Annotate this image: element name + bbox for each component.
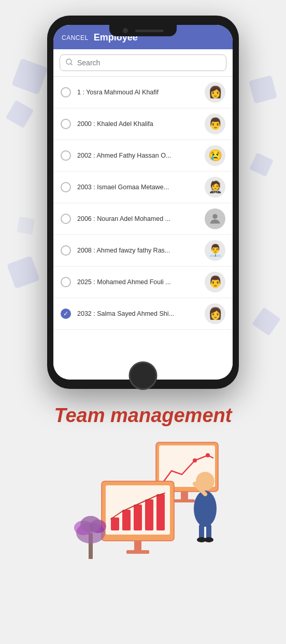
svg-point-29 xyxy=(80,516,101,533)
svg-rect-15 xyxy=(156,494,165,530)
svg-rect-8 xyxy=(174,499,195,502)
employee-name: 1 : Yosra Mahmoud Al Khafif xyxy=(77,89,198,96)
phone-notch xyxy=(109,25,177,36)
search-bar xyxy=(53,49,233,77)
radio-button xyxy=(61,119,71,129)
search-input-wrapper[interactable] xyxy=(60,54,226,71)
radio-button xyxy=(61,150,71,161)
employee-item[interactable]: 2025 : Mohamed Ahmed Fouli ...👨 xyxy=(53,267,233,298)
employee-name: 2002 : Ahmed Fathy Hassan O... xyxy=(77,152,198,159)
illustration-area xyxy=(10,427,276,572)
radio-button xyxy=(61,277,71,287)
employee-name: 2032 : Salma Sayed Ahmed Shi... xyxy=(77,310,198,317)
home-button[interactable] xyxy=(129,361,158,390)
employee-name: 2006 : Nouran Adel Mohamed ... xyxy=(77,215,198,222)
svg-rect-14 xyxy=(145,499,153,530)
radio-button xyxy=(61,182,71,192)
cancel-button[interactable]: CANCEL xyxy=(62,34,89,41)
avatar: 👩 xyxy=(205,82,225,103)
employee-item[interactable]: 2008 : Ahmed fawzy fathy Ras...👨‍💼 xyxy=(53,235,233,267)
avatar: 😢 xyxy=(205,145,225,166)
svg-rect-12 xyxy=(122,510,131,530)
svg-point-24 xyxy=(204,537,213,542)
employee-item[interactable]: 2003 : Ismael Gomaa Metawe...🤵 xyxy=(53,172,233,203)
employee-item[interactable]: 2006 : Nouran Adel Mohamed ... xyxy=(53,203,233,235)
phone-frame: CANCEL Employee 1 : Yosra Mahmoud A xyxy=(47,16,239,389)
employee-name: 2003 : Ismael Gomaa Metawe... xyxy=(77,184,198,191)
phone-camera xyxy=(123,28,128,33)
svg-line-1 xyxy=(70,63,72,65)
svg-point-2 xyxy=(212,214,217,219)
svg-point-5 xyxy=(193,458,197,463)
employee-item[interactable]: 2000 : Khaled Adel Khalifa👨 xyxy=(53,108,233,140)
avatar: 👩 xyxy=(205,303,225,324)
employee-list: 1 : Yosra Mahmoud Al Khafif👩2000 : Khale… xyxy=(53,77,233,380)
employee-item[interactable]: 2002 : Ahmed Fathy Hassan O...😢 xyxy=(53,140,233,172)
search-icon xyxy=(65,58,73,67)
employee-name: 2025 : Mohamed Ahmed Fouli ... xyxy=(77,278,198,286)
avatar: 🤵 xyxy=(205,177,225,198)
avatar xyxy=(205,208,225,229)
employee-name: 2008 : Ahmed fawzy fathy Ras... xyxy=(77,247,198,254)
svg-rect-16 xyxy=(134,541,141,551)
employee-item[interactable]: ✓2032 : Salma Sayed Ahmed Shi...👩 xyxy=(53,298,233,330)
radio-button xyxy=(61,245,71,256)
employee-name: 2000 : Khaled Adel Khalifa xyxy=(77,120,198,128)
radio-button xyxy=(61,87,71,97)
svg-rect-13 xyxy=(134,505,142,530)
phone-speaker xyxy=(135,30,164,32)
search-input[interactable] xyxy=(77,59,221,67)
team-title: Team management xyxy=(10,404,276,427)
employee-item[interactable]: 1 : Yosra Mahmoud Al Khafif👩 xyxy=(53,77,233,108)
svg-rect-17 xyxy=(126,550,149,554)
svg-point-6 xyxy=(206,453,210,457)
phone-screen: CANCEL Employee 1 : Yosra Mahmoud A xyxy=(53,25,233,380)
radio-button xyxy=(61,214,71,224)
team-illustration xyxy=(60,432,226,567)
avatar: 👨 xyxy=(205,272,225,292)
svg-rect-11 xyxy=(111,517,119,530)
bottom-section: Team management xyxy=(0,389,286,577)
avatar: 👨 xyxy=(205,114,225,134)
phone-mockup: CANCEL Employee 1 : Yosra Mahmoud A xyxy=(0,0,286,389)
checkmark-icon: ✓ xyxy=(61,309,71,319)
avatar: 👨‍💼 xyxy=(205,240,225,261)
